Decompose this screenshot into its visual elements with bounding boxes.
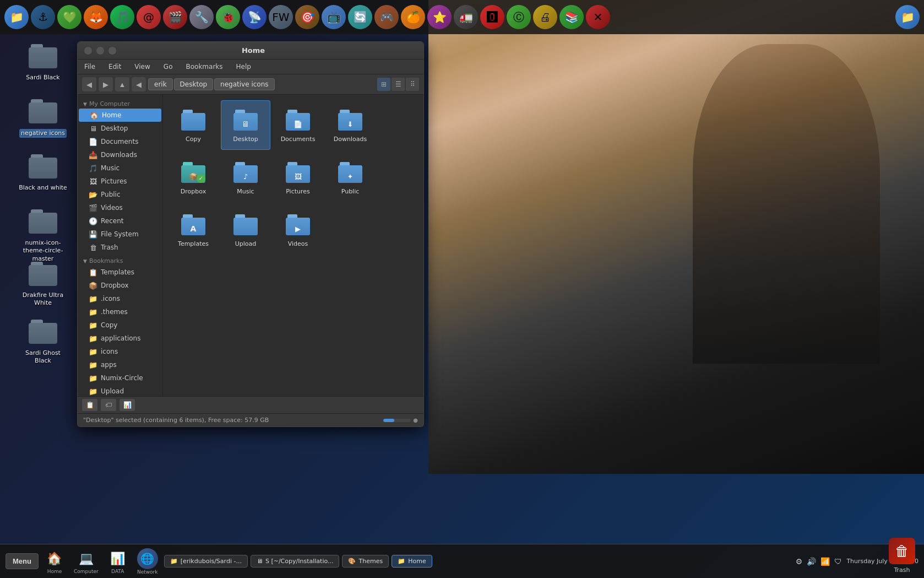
panel-icon-chrome[interactable]: Ⓒ <box>507 5 531 29</box>
sidebar-section-bookmarks[interactable]: ▼ Bookmarks <box>78 254 162 266</box>
panel-icon-star[interactable]: ⭐ <box>427 5 452 29</box>
fm-item-pictures[interactable]: 🖼 Pictures <box>273 153 323 202</box>
tray-settings-icon[interactable]: ⚙ <box>796 557 803 566</box>
sidebar-item-icons[interactable]: 📁 icons <box>78 345 162 358</box>
fm-item-copy[interactable]: Copy <box>169 100 218 150</box>
fm-forward-button[interactable]: ▶ <box>99 77 113 91</box>
fm-item-documents[interactable]: 📄 Documents <box>273 100 323 150</box>
fm-item-music[interactable]: ♪ Music <box>221 153 270 202</box>
desktop-icon-drakfire[interactable]: Drakfire Ultra White <box>15 256 70 310</box>
fm-breadcrumb-negative[interactable]: negative icons <box>214 78 274 90</box>
fm-item-videos[interactable]: ▶ Videos <box>273 205 323 255</box>
sidebar-section-my-computer[interactable]: ▼ My Computer <box>78 97 162 109</box>
fm-history-button[interactable]: ◀ <box>132 77 146 91</box>
panel-icon-folder-right[interactable]: 📁 <box>895 5 920 29</box>
sidebar-item-dropbox[interactable]: 📦 Dropbox <box>78 279 162 292</box>
fm-item-downloads[interactable]: ⬇ Downloads <box>325 100 375 150</box>
sidebar-item-applications[interactable]: 📁 applications <box>78 332 162 345</box>
sidebar-item-label: Trash <box>101 244 118 251</box>
fm-menu-view[interactable]: View <box>132 62 152 72</box>
fm-menu-go[interactable]: Go <box>161 62 175 72</box>
tray-network-icon[interactable]: 📶 <box>820 557 830 566</box>
fm-up-button[interactable]: ▲ <box>115 77 129 91</box>
fm-bottom-btn-1[interactable]: 📋 <box>82 399 97 411</box>
panel-icon-firefox[interactable]: 🦊 <box>84 5 108 29</box>
fm-item-upload[interactable]: Upload <box>221 205 270 255</box>
panel-icon-fw[interactable]: FW <box>269 5 293 29</box>
panel-icon-books[interactable]: 📚 <box>559 5 584 29</box>
fm-bottom-btn-2[interactable]: 🏷 <box>101 399 116 411</box>
fm-compact-view-button[interactable]: ⠿ <box>406 78 419 91</box>
fm-menu-help[interactable]: Help <box>234 62 253 72</box>
sidebar-item-videos[interactable]: 🎬 Videos <box>78 201 162 214</box>
panel-icon-cinema[interactable]: 🎬 <box>163 5 187 29</box>
desktop-icon-negative-icons[interactable]: negative icons <box>15 94 70 140</box>
task-home[interactable]: 📁 Home <box>392 555 432 568</box>
panel-icon-email[interactable]: @ <box>137 5 161 29</box>
taskbar-dock-data[interactable]: 📊 DATA <box>105 548 131 575</box>
panel-icon-tools[interactable]: 🔧 <box>189 5 214 29</box>
sidebar-item-filesystem[interactable]: 💾 File System <box>78 228 162 241</box>
fm-menu-file[interactable]: File <box>82 62 97 72</box>
fm-item-dropbox[interactable]: 📦 ✓ Dropbox <box>169 153 218 202</box>
desktop-icon-black-white[interactable]: Black and white <box>15 149 70 194</box>
trash-icon[interactable]: 🗑 <box>889 538 915 564</box>
sidebar-item-upload[interactable]: 📁 Upload <box>78 385 162 396</box>
panel-icon-anchor[interactable]: ⚓ <box>31 5 55 29</box>
sidebar-item-downloads[interactable]: 📥 Downloads <box>78 148 162 161</box>
tray-security-icon[interactable]: 🛡 <box>834 557 842 566</box>
tray-volume-icon[interactable]: 🔊 <box>807 557 816 566</box>
fm-icon-view-button[interactable]: ⊞ <box>377 78 390 91</box>
fm-menu-bookmarks[interactable]: Bookmarks <box>183 62 225 72</box>
desktop-icon-sardi-ghost[interactable]: Sardi Ghost Black <box>15 314 70 368</box>
panel-icon-truck[interactable]: 🚛 <box>454 5 478 29</box>
desktop-icon-sardi-black[interactable]: Sardi Black <box>15 39 70 84</box>
sidebar-item-music[interactable]: 🎵 Music <box>78 161 162 175</box>
taskbar-dock-network[interactable]: 🌐 Network <box>134 547 161 576</box>
fm-menu-edit[interactable]: Edit <box>106 62 123 72</box>
fm-item-public[interactable]: ✦ Public <box>325 153 375 202</box>
sidebar-item-numix[interactable]: 📁 Numix-Circle <box>78 371 162 385</box>
sidebar-item-desktop[interactable]: 🖥 Desktop <box>78 122 162 135</box>
sidebar-item-documents[interactable]: 📄 Documents <box>78 135 162 148</box>
panel-icon-game[interactable]: 🎮 <box>374 5 399 29</box>
panel-icon-close[interactable]: ✕ <box>586 5 610 29</box>
sidebar-item-recent[interactable]: 🕐 Recent <box>78 214 162 228</box>
sidebar-item-trash[interactable]: 🗑 Trash <box>78 241 162 254</box>
panel-icon-spotify[interactable]: 🎵 <box>110 5 134 29</box>
sidebar-item-copy[interactable]: 📁 Copy <box>78 318 162 332</box>
start-menu-button[interactable]: Menu <box>6 553 39 569</box>
panel-icon-film[interactable]: 🎯 <box>295 5 319 29</box>
fm-minimize-button[interactable] <box>96 47 104 55</box>
panel-icon-files[interactable]: 📁 <box>4 5 29 29</box>
sidebar-item-public[interactable]: 📂 Public <box>78 188 162 201</box>
fm-item-templates[interactable]: A Templates <box>169 205 218 255</box>
panel-icon-media[interactable]: 📺 <box>322 5 346 29</box>
fm-list-view-button[interactable]: ☰ <box>392 78 405 91</box>
panel-icon-opera[interactable]: 🅾 <box>480 5 504 29</box>
taskbar-dock-computer[interactable]: 💻 Computer <box>70 548 102 575</box>
fm-breadcrumb-erik[interactable]: erik <box>148 78 173 90</box>
sidebar-item-apps[interactable]: 📁 apps <box>78 358 162 371</box>
fm-item-desktop[interactable]: 🖥 Desktop <box>221 100 270 150</box>
sidebar-item-templates[interactable]: 📋 Templates <box>78 266 162 279</box>
fm-breadcrumb-desktop[interactable]: Desktop <box>174 78 214 90</box>
panel-icon-print[interactable]: 🖨 <box>533 5 557 29</box>
fm-back-button[interactable]: ◀ <box>82 77 96 91</box>
taskbar-dock-home[interactable]: 🏠 Home <box>41 548 68 575</box>
panel-icon-orange[interactable]: 🍊 <box>401 5 425 29</box>
fm-bottom-btn-3[interactable]: 📊 <box>119 399 135 411</box>
panel-icon-bug[interactable]: 🐞 <box>216 5 240 29</box>
panel-icon-sync[interactable]: 🔄 <box>348 5 372 29</box>
panel-icon-health[interactable]: 💚 <box>57 5 81 29</box>
sidebar-item-dot-icons[interactable]: 📁 .icons <box>78 292 162 305</box>
task-themes[interactable]: 🎨 Themes <box>342 555 389 568</box>
sidebar-item-pictures[interactable]: 🖼 Pictures <box>78 175 162 188</box>
task-erikdubois[interactable]: 📁 [erikdubois/Sardi -... <box>164 555 248 568</box>
sidebar-item-home[interactable]: 🏠 Home <box>79 109 161 122</box>
fm-maximize-button[interactable] <box>108 47 116 55</box>
sidebar-item-dot-themes[interactable]: 📁 .themes <box>78 305 162 318</box>
fm-close-button[interactable] <box>84 47 92 55</box>
panel-icon-signal[interactable]: 📡 <box>242 5 267 29</box>
task-copy-install[interactable]: 🖥 S [~/Copy/Installatio... <box>251 555 340 568</box>
